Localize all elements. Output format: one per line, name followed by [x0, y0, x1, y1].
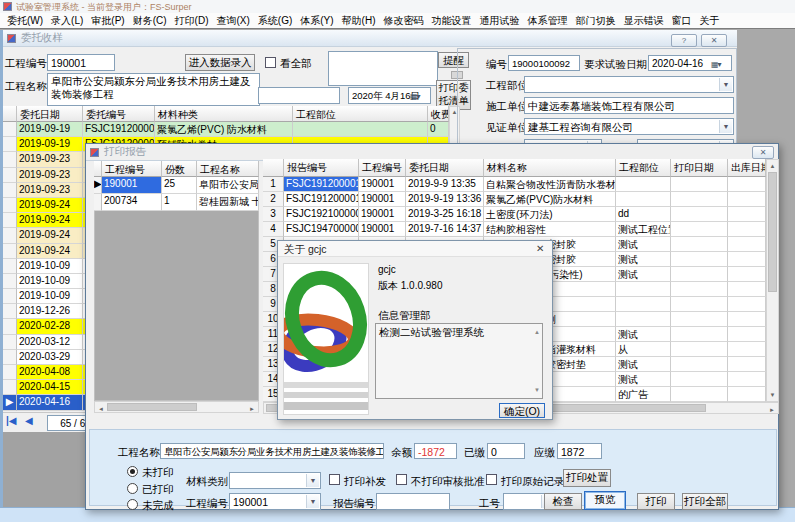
menu-item[interactable]: 财务(C) [129, 14, 171, 28]
print-button[interactable]: 打印 [637, 493, 675, 510]
scroll-left-icon[interactable]: ◄ [96, 404, 106, 414]
ok-button[interactable]: 确定(O) [499, 403, 545, 418]
witness-unit-combo[interactable]: 建基工程咨询有限公司▼ [524, 118, 734, 135]
menu-item[interactable]: 体系(Y) [296, 14, 337, 28]
menu-item[interactable]: 显示错误 [620, 14, 668, 28]
print-project-row[interactable]: 2007341碧桂园新城 十里 [94, 194, 259, 211]
selector-header[interactable] [3, 106, 17, 122]
selector-header[interactable] [94, 161, 102, 177]
raw-record-checkbox[interactable] [486, 474, 497, 485]
column-header[interactable]: 工程部位 [293, 106, 428, 122]
radio-printed[interactable] [127, 483, 138, 494]
menu-item[interactable]: 审批(P) [87, 14, 128, 28]
column-header[interactable]: 工程编号 [359, 159, 406, 177]
calendar-icon[interactable]: ▦▾ [711, 58, 729, 71]
builder-input[interactable]: 中建远泰幕墙装饰工程有限公司 [524, 97, 734, 114]
menu-item[interactable]: 体系管理 [524, 14, 572, 28]
report-no-input[interactable] [376, 493, 450, 510]
menu-item[interactable]: 系统(G) [254, 14, 296, 28]
chevron-down-icon[interactable]: ▼ [306, 474, 319, 487]
enter-data-button[interactable]: 进入数据录入 [185, 54, 255, 71]
report-row[interactable]: 1FSJC19120000101900012019-9-9 13:35自粘聚合物… [263, 177, 766, 192]
test-date-picker[interactable]: 2020-04-16 ▦▾ [648, 55, 732, 71]
cell [3, 198, 17, 213]
close-icon[interactable]: ✕ [701, 34, 727, 47]
delegation-row[interactable]: 2019-09-19FSJC1912000011聚氯乙烯(PVC) 防水材料0 [3, 122, 449, 137]
help-button[interactable]: ? [671, 34, 697, 47]
print-all-button[interactable]: 打印全部 [682, 493, 728, 510]
quick-list-box[interactable] [328, 51, 438, 86]
project-no-combo[interactable]: 190001▼ [229, 493, 321, 510]
scroll-down-icon[interactable]: ▼ [767, 390, 778, 400]
about-description-box[interactable]: 检测二站试验管理系统 ▲ ▼ [375, 323, 543, 399]
column-header[interactable]: 材料名称 [484, 159, 616, 177]
view-all-checkbox[interactable] [265, 57, 276, 68]
scroll-thumb[interactable] [107, 403, 197, 411]
menu-item[interactable]: 录入(L) [47, 14, 87, 28]
column-header[interactable]: 委托编号 [83, 106, 155, 122]
print-setup-button[interactable]: 打印处置 [563, 469, 611, 487]
menu-item[interactable]: 委托(W) [3, 14, 47, 28]
scroll-down-icon[interactable]: ▼ [534, 383, 540, 397]
print-project-row[interactable]: ▶19000125阜阳市公安局颍东 [94, 177, 259, 194]
reissue-checkbox[interactable] [329, 474, 340, 485]
column-header[interactable]: 工程名称 [197, 161, 259, 177]
column-header[interactable]: 份数 [162, 161, 197, 177]
chevron-down-icon[interactable]: ▼ [719, 78, 732, 91]
column-header[interactable]: 工程编号 [102, 161, 162, 177]
column-header[interactable]: 材料种类 [155, 106, 293, 122]
column-header[interactable]: 打印日期 [671, 159, 728, 177]
menu-item[interactable]: 功能设置 [428, 14, 476, 28]
scroll-right-icon[interactable]: ► [767, 405, 777, 415]
preview-button[interactable]: 预览 [584, 491, 626, 510]
project-no-input[interactable]: 190001 [47, 54, 115, 71]
report-row[interactable]: 4FSJC19470000041900012019-7-16 14:37结构胶相… [263, 222, 766, 237]
selector-header[interactable] [263, 159, 284, 177]
chevron-down-icon[interactable]: ▼ [719, 120, 732, 133]
chevron-down-icon[interactable]: ▼ [306, 495, 319, 508]
column-header[interactable]: 出库日期 [728, 159, 766, 177]
sample-window-titlebar[interactable]: 委托收样 [3, 30, 737, 47]
due-input[interactable]: 1872 [557, 443, 602, 459]
no-input[interactable]: 19000100092 [508, 55, 580, 71]
paid-input[interactable]: 0 [487, 443, 525, 459]
column-header[interactable]: 收费 [428, 106, 449, 122]
close-icon[interactable]: ✕ [752, 146, 774, 159]
project-name-input[interactable]: 阜阳市公安局颍东分局业务技术用房土建及装饰装修工程 [47, 73, 260, 106]
report-row[interactable]: 2FSJC19120000111900012019-9-19 13:36聚氯乙烯… [263, 192, 766, 207]
no-approve-checkbox[interactable] [396, 474, 407, 485]
date-picker[interactable]: 2020年 4月16日 ▦▾ [348, 87, 431, 104]
menu-item[interactable]: 帮助(H) [338, 14, 380, 28]
column-header[interactable]: 工程部位 [616, 159, 671, 177]
menu-item[interactable]: 窗口 [668, 14, 696, 28]
report-row[interactable]: 3FSJC19210000011900012019-3-25 16:18土密度(… [263, 207, 766, 222]
scroll-right-icon[interactable]: ► [247, 404, 257, 414]
material-type-combo[interactable]: ▼ [229, 472, 321, 489]
scroll-thumb[interactable] [768, 172, 777, 292]
column-header[interactable]: 委托日期 [406, 159, 484, 177]
column-header[interactable]: 报告编号 [284, 159, 359, 177]
menu-item[interactable]: 部门切换 [572, 14, 620, 28]
radio-unfinished[interactable] [127, 499, 138, 510]
scroll-up-icon[interactable]: ▲ [534, 325, 540, 339]
close-icon[interactable]: ✕ [536, 243, 544, 254]
project-name-input[interactable]: 阜阳市公安局颍东分局业务技术用房土建及装饰装修工程 [160, 443, 384, 459]
left-grid-hscrollbar[interactable]: ◄ ► [94, 401, 259, 413]
about-dialog-titlebar[interactable]: 关于 gcjc ✕ [278, 241, 552, 257]
radio-unprinted[interactable] [127, 466, 138, 477]
menu-item[interactable]: 修改密码 [380, 14, 428, 28]
first-page-icon[interactable]: |◀ [6, 415, 17, 426]
calendar-icon[interactable]: ▦▾ [410, 90, 428, 104]
menu-item[interactable]: 查询(X) [212, 14, 253, 28]
menu-item[interactable]: 打印(D) [171, 14, 213, 28]
balance-input[interactable]: -1872 [414, 443, 457, 459]
check-button[interactable]: 检查 [544, 493, 582, 510]
menu-item[interactable]: 关于 [696, 14, 724, 28]
scroll-up-icon[interactable]: ▲ [767, 161, 778, 171]
report-grid-vscrollbar[interactable]: ▲ ▼ [766, 159, 779, 402]
prev-page-icon[interactable]: ◀ [25, 415, 33, 426]
column-header[interactable]: 委托日期 [17, 106, 83, 122]
filter-input[interactable] [258, 87, 340, 104]
menu-item[interactable]: 通用试验 [476, 14, 524, 28]
part-combo[interactable]: ▼ [524, 76, 734, 93]
